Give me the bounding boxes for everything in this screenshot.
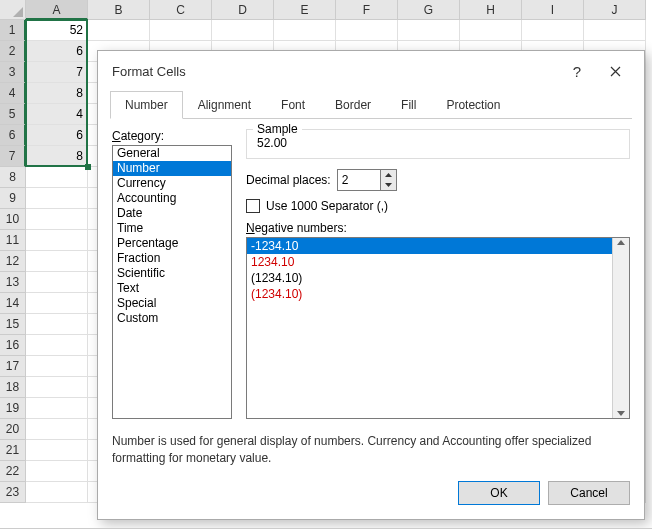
negative-option[interactable]: 1234.10 (247, 254, 612, 270)
tab-fill[interactable]: Fill (386, 91, 431, 119)
row-header[interactable]: 20 (0, 419, 26, 440)
category-item[interactable]: Fraction (113, 251, 231, 266)
row-header[interactable]: 4 (0, 83, 26, 104)
cell[interactable]: 7 (26, 62, 88, 83)
cell[interactable] (26, 188, 88, 209)
cell[interactable] (26, 314, 88, 335)
negative-option[interactable]: (1234.10) (247, 270, 612, 286)
column-header[interactable]: E (274, 0, 336, 20)
cell[interactable] (26, 419, 88, 440)
negative-numbers-listbox[interactable]: -1234.101234.10(1234.10)(1234.10) (246, 237, 630, 419)
row-header[interactable]: 15 (0, 314, 26, 335)
cell[interactable] (26, 167, 88, 188)
select-all-corner[interactable] (0, 0, 26, 20)
cell[interactable]: 6 (26, 125, 88, 146)
cell[interactable] (26, 398, 88, 419)
cell[interactable] (88, 20, 150, 41)
category-item[interactable]: Special (113, 296, 231, 311)
row-header[interactable]: 22 (0, 461, 26, 482)
row-header[interactable]: 10 (0, 209, 26, 230)
column-header[interactable]: G (398, 0, 460, 20)
column-header[interactable]: D (212, 0, 274, 20)
cell[interactable] (212, 20, 274, 41)
column-header[interactable]: B (88, 0, 150, 20)
row-header[interactable]: 7 (0, 146, 26, 167)
tab-border[interactable]: Border (320, 91, 386, 119)
cell[interactable]: 4 (26, 104, 88, 125)
row-header[interactable]: 18 (0, 377, 26, 398)
category-item[interactable]: Accounting (113, 191, 231, 206)
category-item[interactable]: Custom (113, 311, 231, 326)
column-header[interactable]: C (150, 0, 212, 20)
cell[interactable] (26, 230, 88, 251)
row-header[interactable]: 13 (0, 272, 26, 293)
row-header[interactable]: 14 (0, 293, 26, 314)
category-item[interactable]: Scientific (113, 266, 231, 281)
cell[interactable]: 8 (26, 83, 88, 104)
row-header[interactable]: 12 (0, 251, 26, 272)
category-item[interactable]: Text (113, 281, 231, 296)
cell[interactable] (522, 20, 584, 41)
column-header[interactable]: J (584, 0, 646, 20)
row-header[interactable]: 2 (0, 41, 26, 62)
help-button[interactable]: ? (558, 56, 596, 86)
category-item[interactable]: Currency (113, 176, 231, 191)
cell[interactable] (274, 20, 336, 41)
row-header[interactable]: 5 (0, 104, 26, 125)
cell[interactable] (150, 20, 212, 41)
cell[interactable] (26, 440, 88, 461)
cell[interactable]: 52 (26, 20, 88, 41)
cell[interactable] (26, 482, 88, 503)
tab-number[interactable]: Number (110, 91, 183, 119)
row-header[interactable]: 8 (0, 167, 26, 188)
cancel-button[interactable]: Cancel (548, 481, 630, 505)
column-header[interactable]: F (336, 0, 398, 20)
cell[interactable] (26, 356, 88, 377)
row-header[interactable]: 17 (0, 356, 26, 377)
category-listbox[interactable]: GeneralNumberCurrencyAccountingDateTimeP… (112, 145, 232, 419)
cell[interactable] (26, 461, 88, 482)
cell[interactable] (336, 20, 398, 41)
column-header[interactable]: H (460, 0, 522, 20)
spinner-up[interactable] (381, 170, 396, 180)
decimal-places-spinner[interactable] (337, 169, 397, 191)
row-header[interactable]: 11 (0, 230, 26, 251)
row-header[interactable]: 1 (0, 20, 26, 41)
decimal-places-input[interactable] (338, 170, 380, 190)
close-button[interactable] (596, 56, 634, 86)
row-header[interactable]: 3 (0, 62, 26, 83)
tab-protection[interactable]: Protection (431, 91, 515, 119)
tab-font[interactable]: Font (266, 91, 320, 119)
category-item[interactable]: Number (113, 161, 231, 176)
tab-alignment[interactable]: Alignment (183, 91, 266, 119)
cell[interactable] (460, 20, 522, 41)
negative-option[interactable]: -1234.10 (247, 238, 612, 254)
ok-button[interactable]: OK (458, 481, 540, 505)
row-header[interactable]: 16 (0, 335, 26, 356)
negative-option[interactable]: (1234.10) (247, 286, 612, 302)
negative-scrollbar[interactable] (612, 238, 629, 418)
cell[interactable] (584, 20, 646, 41)
cell[interactable]: 8 (26, 146, 88, 167)
column-header[interactable]: A (26, 0, 88, 20)
cell[interactable] (26, 293, 88, 314)
row-header[interactable]: 6 (0, 125, 26, 146)
cell[interactable] (26, 251, 88, 272)
row-header[interactable]: 21 (0, 440, 26, 461)
row-header[interactable]: 19 (0, 398, 26, 419)
row-header[interactable]: 23 (0, 482, 26, 503)
column-header[interactable]: I (522, 0, 584, 20)
spinner-down[interactable] (381, 180, 396, 190)
thousand-separator-checkbox[interactable] (246, 199, 260, 213)
category-item[interactable]: General (113, 146, 231, 161)
cell[interactable] (26, 209, 88, 230)
cell[interactable] (26, 335, 88, 356)
fill-handle[interactable] (85, 164, 91, 170)
cell[interactable]: 6 (26, 41, 88, 62)
category-item[interactable]: Date (113, 206, 231, 221)
category-item[interactable]: Time (113, 221, 231, 236)
cell[interactable] (26, 272, 88, 293)
row-header[interactable]: 9 (0, 188, 26, 209)
cell[interactable] (398, 20, 460, 41)
category-item[interactable]: Percentage (113, 236, 231, 251)
